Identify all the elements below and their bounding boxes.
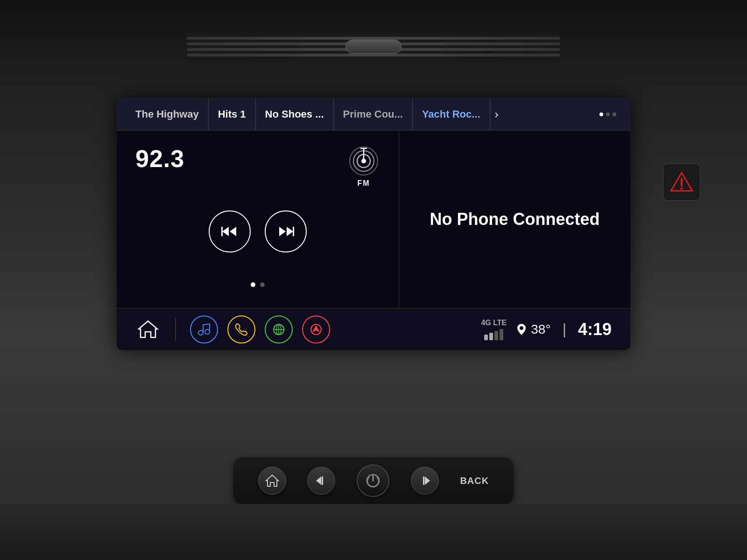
nav-divider bbox=[175, 318, 176, 341]
svg-marker-12 bbox=[139, 321, 157, 337]
nav-right-group: 4G LTE 38° bbox=[481, 319, 612, 340]
page-dot-2 bbox=[260, 282, 265, 287]
radio-top: 92.3 bbox=[135, 145, 380, 188]
tab-bar: The Highway Hits 1 No Shoes ... Prime Co… bbox=[117, 98, 630, 131]
nav-left-group bbox=[135, 315, 330, 343]
nav-bar: 4G LTE 38° bbox=[117, 308, 630, 350]
svg-point-27 bbox=[681, 188, 683, 190]
home-button[interactable] bbox=[135, 316, 161, 342]
physical-back-button[interactable]: BACK bbox=[460, 476, 489, 486]
main-content: 92.3 bbox=[117, 131, 630, 308]
signal-bars bbox=[484, 329, 503, 340]
signal-bar-2 bbox=[489, 333, 493, 340]
hazard-triangle-icon bbox=[670, 170, 693, 194]
svg-point-13 bbox=[198, 330, 203, 335]
svg-marker-23 bbox=[312, 325, 320, 332]
bottom-trim bbox=[0, 504, 747, 560]
svg-rect-30 bbox=[322, 476, 323, 485]
top-vent bbox=[0, 0, 747, 93]
physical-home-button[interactable] bbox=[258, 467, 286, 495]
fm-icon-wrapper: FM bbox=[347, 145, 380, 188]
fast-forward-button[interactable] bbox=[265, 210, 307, 252]
fm-antenna-icon bbox=[347, 145, 380, 177]
fm-band-label: FM bbox=[357, 179, 370, 188]
svg-line-17 bbox=[203, 324, 210, 325]
svg-marker-10 bbox=[287, 227, 293, 236]
svg-marker-6 bbox=[222, 227, 229, 236]
location-temperature: 38° bbox=[516, 322, 550, 337]
physical-controls: BACK bbox=[233, 457, 514, 504]
tab-hits1[interactable]: Hits 1 bbox=[209, 98, 256, 130]
fm-radio-panel: 92.3 bbox=[117, 131, 399, 308]
clock-display: 4:19 bbox=[578, 320, 612, 339]
svg-rect-34 bbox=[423, 476, 424, 485]
tab-page-indicators bbox=[599, 112, 616, 116]
music-button[interactable] bbox=[190, 315, 218, 343]
svg-rect-11 bbox=[293, 227, 294, 236]
car-bezel: The Highway Hits 1 No Shoes ... Prime Co… bbox=[0, 0, 747, 560]
svg-point-24 bbox=[520, 326, 523, 330]
svg-marker-9 bbox=[279, 227, 286, 236]
phone-status-panel: No Phone Connected bbox=[399, 131, 630, 308]
air-vent bbox=[187, 33, 560, 61]
tab-chevron-icon[interactable]: › bbox=[495, 108, 499, 121]
svg-marker-33 bbox=[425, 476, 430, 485]
no-phone-status: No Phone Connected bbox=[430, 210, 599, 229]
hazard-button[interactable] bbox=[663, 163, 700, 201]
page-indicators bbox=[135, 275, 380, 294]
temperature-display: 38° bbox=[531, 322, 550, 337]
tab-highway[interactable]: The Highway bbox=[126, 98, 209, 130]
signal-bar-3 bbox=[494, 331, 498, 340]
navigation-button[interactable] bbox=[302, 315, 330, 343]
svg-point-3 bbox=[361, 159, 366, 163]
tab-dot-2 bbox=[606, 112, 610, 116]
tab-no-shoes[interactable]: No Shoes ... bbox=[256, 98, 334, 130]
screen-display: The Highway Hits 1 No Shoes ... Prime Co… bbox=[117, 98, 630, 350]
hazard-button-area bbox=[663, 163, 700, 201]
location-pin-icon bbox=[516, 323, 527, 336]
signal-bar-1 bbox=[484, 335, 488, 340]
svg-marker-29 bbox=[316, 476, 321, 485]
rewind-button[interactable] bbox=[209, 210, 251, 252]
tab-prime-cou[interactable]: Prime Cou... bbox=[334, 98, 413, 130]
apps-button[interactable] bbox=[265, 315, 293, 343]
phone-button[interactable] bbox=[227, 315, 255, 343]
tab-dot-1 bbox=[599, 112, 603, 116]
physical-prev-button[interactable] bbox=[307, 467, 335, 495]
svg-marker-7 bbox=[230, 227, 236, 236]
svg-point-14 bbox=[205, 329, 210, 334]
frequency-display: 92.3 bbox=[135, 145, 184, 173]
vent-handle[interactable] bbox=[345, 40, 402, 54]
signal-label: 4G LTE bbox=[481, 319, 507, 327]
tab-yacht-roc[interactable]: Yacht Roc... bbox=[413, 98, 490, 130]
vent-slat bbox=[187, 54, 560, 56]
svg-marker-28 bbox=[266, 475, 278, 486]
nav-separator: | bbox=[563, 321, 566, 338]
signal-bar-4 bbox=[500, 329, 503, 340]
playback-controls bbox=[135, 201, 380, 262]
physical-power-button[interactable] bbox=[357, 464, 389, 497]
physical-next-button[interactable] bbox=[411, 467, 439, 495]
tab-dot-3 bbox=[613, 112, 616, 116]
infotainment-screen: The Highway Hits 1 No Shoes ... Prime Co… bbox=[117, 98, 630, 350]
page-dot-1 bbox=[251, 282, 255, 287]
svg-rect-8 bbox=[221, 227, 223, 236]
signal-indicator: 4G LTE bbox=[481, 319, 507, 340]
